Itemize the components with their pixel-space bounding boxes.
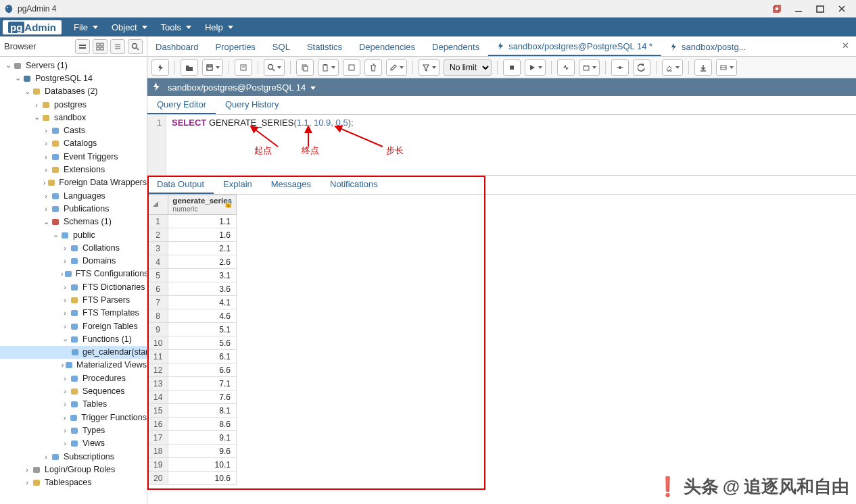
tree-item[interactable]: ⌄PostgreSQL 14 [0,72,147,84]
edit-icon[interactable] [386,59,407,76]
chevron-right-icon[interactable]: › [61,257,69,265]
restore-overlap-icon[interactable] [772,4,782,14]
paste-icon[interactable] [318,59,339,76]
cell-value[interactable]: 7.6 [168,390,237,404]
filter-icon[interactable] [419,59,439,76]
row-number[interactable]: 12 [148,363,168,377]
row-number[interactable]: 5 [148,269,168,282]
tree-item[interactable]: ›Collations [0,241,147,254]
row-number[interactable]: 20 [148,472,168,485]
menu-file[interactable]: File [67,20,105,35]
chevron-right-icon[interactable]: › [23,465,31,474]
chevron-down-icon[interactable]: ⌄ [4,61,12,70]
tree-item[interactable]: ›Event Triggers [0,150,147,163]
column-header[interactable]: generate_series numeric 🔒 [168,195,237,215]
tree-item[interactable]: ›Types [0,424,147,436]
row-number[interactable]: 9 [148,323,168,336]
tree-item[interactable]: ⌄public [0,228,147,241]
table-row[interactable]: 116.1 [148,350,237,363]
tree-item[interactable]: ›Catalogs [0,137,147,150]
chevron-right-icon[interactable]: › [61,413,68,422]
row-limit-select[interactable]: No limit [444,59,492,76]
chevron-right-icon[interactable]: › [42,178,47,186]
commit-icon[interactable] [611,59,629,76]
content-tab[interactable]: sandbox/postg... [661,36,755,56]
cell-value[interactable]: 7.1 [168,377,237,390]
chevron-right-icon[interactable]: › [42,205,50,213]
tab-data-output[interactable]: Data Output [147,176,214,194]
tree-item[interactable]: ›Publications [0,202,147,215]
paste-rows-icon[interactable] [343,59,360,76]
tree-item[interactable]: ›FTS Templates [0,307,147,320]
chevron-right-icon[interactable]: › [23,478,31,486]
data-output-grid[interactable]: generate_series numeric 🔒 11.121.632.142… [147,195,856,485]
stop-icon[interactable] [503,59,521,76]
cell-value[interactable]: 4.6 [168,309,237,323]
table-row[interactable]: 11.1 [148,215,237,228]
edit-sql-icon[interactable] [235,59,252,76]
clear-icon[interactable] [662,59,683,76]
sql-editor[interactable]: 1 SELECT GENERATE_SERIES(1.1, 10.9, 0.5)… [147,115,856,176]
tree-item[interactable]: ›FTS Dictionaries [0,280,147,293]
chevron-right-icon[interactable]: › [61,296,69,304]
chevron-down-icon[interactable]: ⌄ [14,74,22,82]
tree-item[interactable]: ›Trigger Functions [0,411,147,424]
cell-value[interactable]: 5.1 [168,323,237,336]
table-row[interactable]: 126.6 [148,363,237,377]
table-row[interactable]: 42.6 [148,255,237,269]
row-number[interactable]: 7 [148,296,168,309]
row-number[interactable]: 16 [148,418,168,431]
tree-item[interactable]: ›Subscriptions [0,450,147,463]
tab-close-icon[interactable]: ✕ [835,36,856,56]
tree-item[interactable]: ›FTS Parsers [0,293,147,306]
chevron-right-icon[interactable]: › [61,426,69,434]
content-tab[interactable]: Dependents [424,36,488,56]
tree-item[interactable]: ›postgres [0,98,147,111]
row-number[interactable]: 14 [148,390,168,404]
table-row[interactable]: 189.6 [148,445,237,458]
row-number[interactable]: 11 [148,350,168,363]
row-number[interactable]: 10 [148,336,168,350]
tree-item[interactable]: ›Tables [0,398,147,411]
chevron-down-icon[interactable]: ⌄ [51,230,60,239]
explain-analyze-icon[interactable] [579,59,600,76]
tree-item[interactable]: ⌄Schemas (1) [0,216,147,228]
bolt-white-icon[interactable] [151,82,162,93]
object-tree[interactable]: ⌄Servers (1)⌄PostgreSQL 14⌄Databases (2)… [0,57,147,504]
tree-item[interactable]: ›Domains [0,254,147,267]
cell-value[interactable]: 2.6 [168,255,237,269]
cell-value[interactable]: 1.6 [168,228,237,242]
tree-item[interactable]: get_calendar(start_ [0,346,147,359]
tree-item[interactable]: ›Languages [0,189,147,202]
table-row[interactable]: 1910.1 [148,458,237,472]
tree-item[interactable]: ›Casts [0,124,147,136]
bolt-icon[interactable] [151,59,169,76]
content-tab[interactable]: Properties [208,36,264,56]
table-row[interactable]: 53.1 [148,269,237,282]
delete-icon[interactable] [364,59,382,76]
minimize-icon[interactable] [794,4,803,14]
menu-object[interactable]: Object [105,20,154,35]
content-tab[interactable]: Dependencies [351,36,424,56]
tab-query-editor[interactable]: Query Editor [147,96,216,114]
cell-value[interactable]: 2.1 [168,242,237,255]
tree-item[interactable]: ⌄sandbox [0,111,147,124]
row-number[interactable]: 4 [148,255,168,269]
menu-tools[interactable]: Tools [154,20,198,35]
chevron-down-icon[interactable]: ⌄ [42,218,50,226]
chevron-right-icon[interactable]: › [61,439,69,447]
menu-help[interactable]: Help [198,20,240,35]
tree-item[interactable]: ›Foreign Data Wrappers [0,176,147,189]
tree-item[interactable]: ›Extensions [0,163,147,176]
tree-item[interactable]: ›Login/Group Roles [0,463,147,476]
table-row[interactable]: 84.6 [148,309,237,323]
table-row[interactable]: 21.6 [148,228,237,242]
maximize-icon[interactable] [815,4,825,14]
table-row[interactable]: 63.6 [148,282,237,296]
content-tab[interactable]: Dashboard [147,36,208,56]
tab-messages[interactable]: Messages [262,176,320,194]
browser-grid-icon[interactable] [93,39,108,54]
tree-item[interactable]: ⌄Databases (2) [0,85,147,98]
tree-item[interactable]: ⌄Servers (1) [0,59,147,72]
chevron-right-icon[interactable]: › [42,166,50,174]
